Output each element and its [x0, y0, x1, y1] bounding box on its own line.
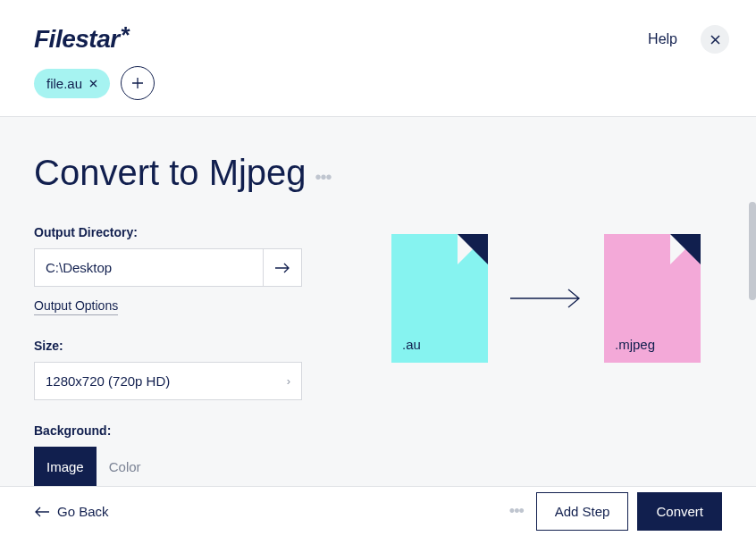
arrow-right-icon	[509, 288, 583, 309]
logo-text: Filestar	[34, 25, 120, 54]
target-ext: .mjpeg	[615, 337, 655, 352]
arrow-right-icon	[274, 262, 290, 274]
help-link[interactable]: Help	[648, 31, 677, 47]
asterisk-icon: *	[122, 25, 130, 45]
bg-image-tab[interactable]: Image	[34, 447, 97, 487]
go-back-button[interactable]: Go Back	[34, 504, 109, 519]
arrow-left-icon	[34, 506, 50, 518]
close-icon	[710, 35, 720, 45]
size-select[interactable]: 1280x720 (720p HD) ›	[34, 362, 302, 400]
close-button[interactable]	[701, 25, 729, 54]
go-back-label: Go Back	[57, 504, 109, 519]
scrollbar-thumb[interactable]	[749, 202, 756, 300]
file-name: file.au	[46, 76, 82, 91]
chevron-right-icon: ›	[287, 374, 290, 388]
output-dir-browse-button[interactable]	[263, 248, 302, 287]
title-more-icon[interactable]: •••	[315, 167, 332, 188]
remove-file-icon[interactable]	[89, 76, 97, 90]
target-file-icon: .mjpeg	[604, 234, 701, 363]
file-chip[interactable]: file.au	[34, 69, 110, 98]
output-dir-label: Output Directory:	[34, 225, 302, 239]
size-value: 1280x720 (720p HD)	[46, 373, 170, 389]
source-file-icon: .au	[391, 234, 488, 363]
plus-icon	[131, 77, 144, 89]
conversion-diagram: .au .mjpeg	[391, 234, 701, 363]
size-label: Size:	[34, 339, 302, 353]
footer-more-icon[interactable]: •••	[509, 502, 524, 521]
source-ext: .au	[402, 337, 421, 352]
app-logo: Filestar *	[34, 25, 130, 54]
add-step-button[interactable]: Add Step	[536, 492, 629, 531]
output-dir-input[interactable]	[34, 248, 263, 287]
add-file-button[interactable]	[121, 66, 155, 100]
page-title: Convert to Mjpeg	[34, 153, 307, 193]
bg-color-tab[interactable]: Color	[97, 447, 154, 487]
convert-button[interactable]: Convert	[637, 492, 722, 531]
background-label: Background:	[34, 423, 302, 438]
output-options-link[interactable]: Output Options	[34, 298, 118, 315]
